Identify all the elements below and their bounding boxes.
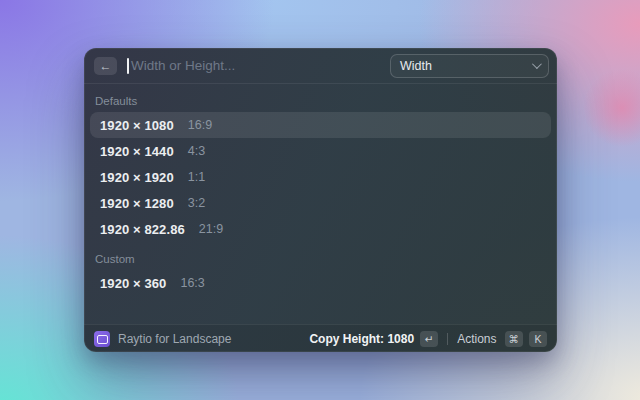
enter-key-icon[interactable]: ↵ [420, 331, 438, 347]
results-list: Defaults1920 × 108016:91920 × 14404:3192… [84, 84, 557, 324]
resolution-size: 1920 × 822.86 [100, 222, 185, 237]
back-arrow-icon: ← [100, 60, 112, 72]
footer-divider [447, 333, 448, 345]
section-header: Custom [95, 252, 551, 266]
resolution-size: 1920 × 1080 [100, 118, 174, 133]
resolution-item[interactable]: 1920 × 822.8621:9 [90, 216, 551, 242]
resolution-item[interactable]: 1920 × 108016:9 [90, 112, 551, 138]
chevron-down-icon [532, 59, 542, 69]
resolution-item[interactable]: 1920 × 14404:3 [90, 138, 551, 164]
resolution-ratio: 16:9 [188, 118, 212, 132]
section-header: Defaults [95, 94, 551, 108]
resolution-ratio: 21:9 [199, 222, 223, 236]
k-key-icon[interactable]: K [529, 331, 547, 347]
resolution-item[interactable]: 1920 × 19201:1 [90, 164, 551, 190]
text-cursor [127, 58, 129, 74]
raycast-window: ← Width or Height... Width Defaults1920 … [84, 48, 557, 352]
actions-button[interactable]: Actions [457, 332, 496, 346]
resolution-ratio: 3:2 [188, 196, 205, 210]
resolution-size: 1920 × 1440 [100, 144, 174, 159]
resolution-ratio: 16:3 [180, 276, 204, 290]
dropdown-value: Width [400, 59, 432, 73]
app-name-label: Raytio for Landscape [118, 332, 231, 346]
resolution-size: 1920 × 1280 [100, 196, 174, 211]
resolution-item[interactable]: 1920 × 12803:2 [90, 190, 551, 216]
resolution-size: 1920 × 360 [100, 276, 166, 291]
cmd-key-icon[interactable]: ⌘ [505, 331, 524, 347]
search-bar: ← Width or Height... Width [84, 48, 557, 84]
resolution-ratio: 1:1 [188, 170, 205, 184]
section-custom: Custom1920 × 36016:3 [90, 252, 551, 296]
footer-bar: Raytio for Landscape Copy Height: 1080 ↵… [84, 324, 557, 352]
back-button[interactable]: ← [94, 57, 117, 75]
search-input[interactable]: Width or Height... [131, 58, 390, 73]
primary-action-label[interactable]: Copy Height: 1080 [309, 332, 414, 346]
dimension-dropdown[interactable]: Width [390, 54, 549, 78]
resolution-size: 1920 × 1920 [100, 170, 174, 185]
section-defaults: Defaults1920 × 108016:91920 × 14404:3192… [90, 94, 551, 242]
resolution-item[interactable]: 1920 × 36016:3 [90, 270, 551, 296]
resolution-ratio: 4:3 [188, 144, 205, 158]
raytio-app-icon [94, 331, 110, 347]
